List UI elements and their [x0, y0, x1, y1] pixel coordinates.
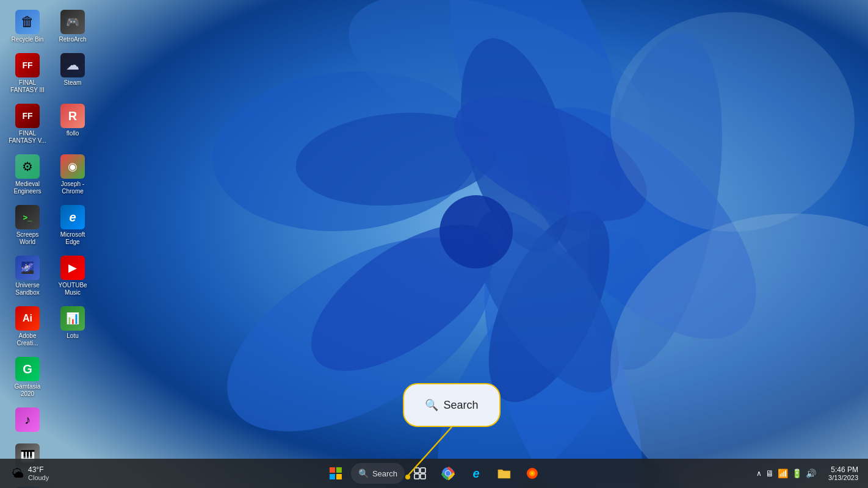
taskbar-file-explorer-button[interactable] — [491, 461, 517, 486]
icon-row-9: ♪ — [6, 404, 94, 437]
steam-label: Steam — [64, 79, 82, 87]
ff14-icon: FF — [15, 104, 40, 128]
desktop-icons: 🗑 Recycle Bin 🎮 RetroArch FF FINAL FANTA… — [6, 6, 94, 488]
taskbar-search-label: Search — [372, 469, 397, 478]
desktop-icon-lotu[interactable]: 📊 Lotu — [51, 303, 94, 351]
weather-text: 43°F Cloudy — [28, 465, 49, 481]
taskbar-photos-button[interactable] — [519, 461, 545, 486]
weather-widget[interactable]: 🌥 43°F Cloudy — [7, 459, 54, 488]
svg-point-4 — [196, 198, 523, 471]
clock-widget[interactable]: 5:46 PM 3/13/2023 — [823, 463, 863, 484]
lotu-icon: 📊 — [60, 306, 85, 331]
flollo-icon: R — [60, 104, 85, 128]
icon-row-1: 🗑 Recycle Bin 🎮 RetroArch — [6, 6, 94, 47]
icon-row-2: FF FINAL FANTASY III ☁ Steam — [6, 49, 94, 98]
svg-rect-25 — [421, 468, 425, 473]
universe-icon: 🌌 — [15, 256, 40, 280]
svg-point-9 — [441, 27, 592, 264]
svg-point-6 — [328, 0, 672, 195]
taskbar-search-button[interactable]: 🔍 Search — [351, 463, 405, 484]
flollo-label: flollo — [67, 130, 79, 137]
icon-row-7: Ai Adobe Creati... 📊 Lotu — [6, 303, 94, 351]
svg-point-13 — [436, 71, 665, 247]
tray-volume-icon[interactable]: 🔊 — [806, 468, 816, 478]
desktop-icon-flollo[interactable]: R flollo — [51, 100, 94, 148]
svg-point-10 — [464, 193, 635, 420]
retroarch-icon: 🎮 — [60, 10, 85, 34]
svg-point-8 — [452, 212, 675, 488]
start-button[interactable] — [323, 461, 349, 486]
windows-logo-icon — [329, 467, 342, 480]
taskbar-edge-button[interactable]: e — [463, 461, 489, 486]
desktop-icon-retroarch[interactable]: 🎮 RetroArch — [51, 6, 94, 47]
gamtasia-label: Gamtasia 2020 — [9, 383, 46, 398]
adobe-icon: Ai — [15, 306, 40, 331]
itunes-icon: ♪ — [15, 407, 40, 432]
annotation-search-text: Search — [443, 399, 478, 412]
desktop-icon-recycle-bin[interactable]: 🗑 Recycle Bin — [6, 6, 49, 47]
gamtasia-icon: G — [15, 357, 40, 381]
desktop-icon-ff14[interactable]: FF FINAL FANTASY V... — [6, 100, 49, 148]
tray-battery-icon[interactable]: 🔋 — [792, 468, 802, 478]
icon-row-4: ⚙ Medieval Engineers ◉ Joseph - Chrome — [6, 151, 94, 199]
annotation-search-icon: 🔍 — [425, 398, 438, 412]
youtube-icon: ▶ — [60, 256, 85, 280]
taskbar-search-icon: 🔍 — [358, 468, 369, 478]
svg-point-14 — [449, 187, 646, 415]
svg-rect-21 — [336, 467, 342, 473]
icon-row-8: G Gamtasia 2020 — [6, 353, 94, 401]
svg-point-31 — [446, 471, 450, 476]
universe-label: Universe Sandbox — [9, 282, 46, 296]
lotu-label: Lotu — [67, 332, 78, 340]
desktop-icon-steam[interactable]: ☁ Steam — [51, 49, 94, 98]
svg-point-12 — [292, 105, 501, 214]
weather-icon: 🌥 — [12, 467, 24, 481]
desktop-icon-screeps[interactable]: >_ Screeps World — [6, 201, 49, 249]
icon-row-3: FF FINAL FANTASY V... R flollo — [6, 100, 94, 148]
desktop-icon-edge[interactable]: e Microsoft Edge — [51, 201, 94, 249]
clock-date: 3/13/2023 — [828, 474, 858, 481]
search-annotation-box: 🔍 Search — [403, 383, 501, 427]
retroarch-label: RetroArch — [59, 36, 86, 43]
medieval-icon: ⚙ — [15, 154, 40, 179]
desktop-icon-gamtasia[interactable]: G Gamtasia 2020 — [6, 353, 49, 401]
taskbar-chrome-button[interactable] — [435, 461, 461, 486]
svg-point-34 — [531, 472, 533, 475]
chrome1-label: Joseph - Chrome — [54, 181, 92, 195]
edge-label: Microsoft Edge — [54, 231, 92, 246]
recycle-bin-icon: 🗑 — [15, 10, 40, 34]
chrome-taskbar-icon — [441, 467, 455, 480]
ff3-label: FINAL FANTASY III — [9, 79, 46, 94]
chrome1-icon: ◉ — [60, 154, 85, 179]
weather-description: Cloudy — [28, 474, 49, 481]
desktop-icon-chrome1[interactable]: ◉ Joseph - Chrome — [51, 151, 94, 199]
desktop-icon-universe[interactable]: 🌌 Universe Sandbox — [6, 252, 49, 300]
tray-chevron-icon[interactable]: ∧ — [756, 469, 762, 478]
svg-rect-24 — [414, 468, 419, 473]
svg-point-2 — [565, 23, 745, 380]
task-view-button[interactable] — [407, 461, 433, 486]
tray-wifi-icon[interactable]: 📶 — [778, 468, 788, 478]
clock-time: 5:46 PM — [828, 465, 858, 474]
weather-temperature: 43°F — [28, 465, 49, 474]
ff14-label: FINAL FANTASY V... — [9, 130, 46, 145]
svg-rect-20 — [330, 467, 335, 473]
screeps-label: Screeps World — [9, 231, 46, 246]
svg-rect-27 — [421, 474, 425, 479]
desktop-icon-ff3[interactable]: FF FINAL FANTASY III — [6, 49, 49, 98]
medieval-label: Medieval Engineers — [9, 181, 46, 195]
svg-point-16 — [610, 214, 868, 488]
photos-icon — [526, 467, 539, 480]
system-tray: ∧ 🖥 📶 🔋 🔊 5:46 PM 3/13/2023 — [751, 459, 863, 488]
desktop-icon-medieval[interactable]: ⚙ Medieval Engineers — [6, 151, 49, 199]
svg-rect-23 — [336, 474, 342, 479]
svg-point-17 — [610, 12, 855, 232]
desktop-icon-itunes[interactable]: ♪ — [6, 404, 49, 437]
svg-point-3 — [398, 200, 690, 488]
desktop-icon-adobe[interactable]: Ai Adobe Creati... — [6, 303, 49, 351]
taskbar: 🌥 43°F Cloudy 🔍 Search — [0, 459, 868, 488]
tray-network-icon[interactable]: 🖥 — [765, 468, 774, 478]
desktop: 🗑 Recycle Bin 🎮 RetroArch FF FINAL FANTA… — [0, 0, 868, 488]
desktop-icon-youtube[interactable]: ▶ YOUTUBe Music — [51, 252, 94, 300]
tray-icons: ∧ 🖥 📶 🔋 🔊 — [751, 468, 821, 478]
